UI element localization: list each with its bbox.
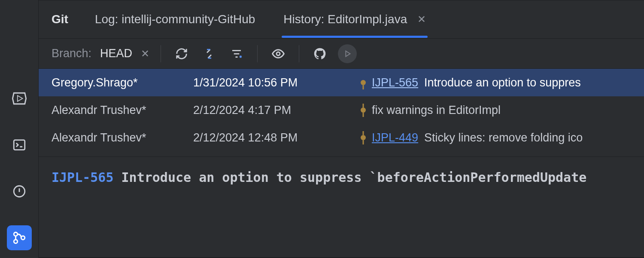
detail-message: Introduce an option to suppress `beforeA…	[122, 170, 587, 185]
close-tab-icon[interactable]: ✕	[417, 13, 426, 25]
commit-message: fix warnings in EditorImpl	[361, 104, 501, 117]
branch-label: Branch:	[52, 47, 91, 60]
tab-log-label: Log: intellij-community-GitHub	[95, 12, 255, 26]
compare-button[interactable]	[200, 44, 219, 63]
tab-history-label: History: EditorImpl.java	[283, 12, 407, 26]
commit-graph-dot	[361, 135, 366, 140]
commit-graph-dot	[361, 108, 366, 113]
commit-author: Alexandr Trushev*	[52, 104, 193, 117]
commit-graph-dot	[361, 80, 366, 85]
svg-rect-2	[14, 140, 25, 150]
svg-point-5	[14, 240, 18, 243]
commit-date: 2/12/2024 4:17 PM	[193, 104, 361, 117]
open-on-github-button[interactable]	[310, 44, 329, 63]
commit-message: IJPL-449 Sticky lines: remove folding ic…	[361, 131, 583, 144]
commit-message-text: Introduce an option to suppres	[424, 76, 581, 89]
commit-author: Gregory.Shrago*	[52, 76, 193, 89]
branch-name[interactable]: HEAD	[100, 47, 132, 60]
commit-date: 2/12/2024 12:48 PM	[193, 131, 361, 144]
left-tool-rail	[0, 0, 39, 258]
svg-point-7	[276, 52, 280, 55]
git-tool-window-icon[interactable]	[7, 225, 32, 250]
tool-window-title: Git	[52, 12, 68, 26]
commit-date: 1/31/2024 10:56 PM	[193, 76, 361, 89]
commit-message-text: Sticky lines: remove folding ico	[424, 131, 583, 144]
play-disabled-button	[338, 44, 357, 63]
commit-row[interactable]: Alexandr Trushev*2/12/2024 4:17 PM fix w…	[39, 96, 644, 124]
svg-point-4	[14, 232, 18, 236]
tab-history[interactable]: History: EditorImpl.java ✕	[282, 1, 428, 37]
svg-marker-1	[12, 93, 26, 104]
terminal-tool-window-icon[interactable]	[7, 132, 32, 157]
run-tool-window-icon[interactable]	[7, 86, 32, 111]
tab-log[interactable]: Log: intellij-community-GitHub	[93, 1, 257, 37]
separator	[257, 45, 258, 62]
commit-row[interactable]: Gregory.Shrago*1/31/2024 10:56 PMIJPL-56…	[39, 69, 644, 96]
filter-button[interactable]	[227, 44, 246, 63]
ticket-link[interactable]: IJPL-449	[372, 131, 418, 144]
clear-branch-icon[interactable]: ✕	[141, 48, 149, 60]
history-toolbar: Branch: HEAD ✕	[39, 39, 644, 69]
commit-message-text: fix warnings in EditorImpl	[372, 104, 501, 117]
refresh-button[interactable]	[172, 44, 191, 63]
separator	[299, 45, 299, 62]
ticket-link[interactable]: IJPL-565	[372, 76, 418, 89]
tool-window-tabs: Git Log: intellij-community-GitHub Histo…	[39, 0, 644, 39]
commit-message: IJPL-565 Introduce an option to suppres	[361, 76, 581, 89]
problems-tool-window-icon[interactable]	[7, 179, 32, 204]
separator	[161, 45, 161, 62]
git-tool-window: Git Log: intellij-community-GitHub Histo…	[39, 0, 644, 258]
commit-author: Alexandr Trushev*	[52, 131, 193, 144]
commit-row[interactable]: Alexandr Trushev*2/12/2024 12:48 PMIJPL-…	[39, 124, 644, 151]
detail-ticket-link[interactable]: IJPL-565	[52, 170, 114, 185]
commit-row[interactable]: Alexandr Trushev*2/8/2024 8:17 PMIJPL-44…	[39, 151, 644, 157]
commit-detail-panel: IJPL-565 Introduce an option to suppress…	[39, 157, 644, 258]
svg-marker-0	[17, 95, 22, 101]
show-details-button[interactable]	[269, 44, 288, 63]
commit-list: Gregory.Shrago*1/31/2024 10:56 PMIJPL-56…	[39, 69, 644, 157]
svg-marker-8	[346, 51, 350, 56]
